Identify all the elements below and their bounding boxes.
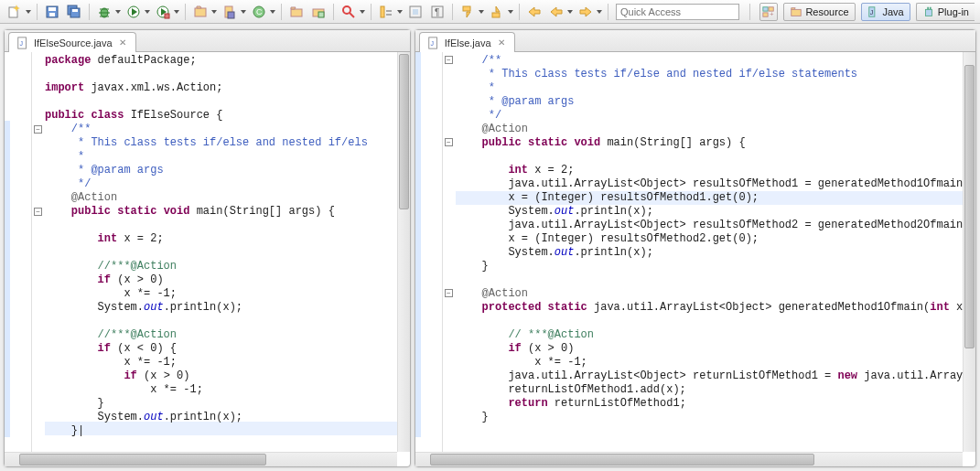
show-whitespace-button[interactable]: ¶ <box>427 2 447 22</box>
svg-rect-31 <box>386 10 392 12</box>
tab-bar: J IfElseSource.java ✕ <box>5 30 410 52</box>
svg-text:J: J <box>20 39 24 46</box>
svg-rect-30 <box>381 6 384 17</box>
dropdown-arrow[interactable] <box>210 2 217 22</box>
toggle-mark-occurrences-button[interactable] <box>376 2 396 22</box>
svg-rect-44 <box>763 6 768 10</box>
svg-text:¶: ¶ <box>435 7 439 17</box>
svg-text:+: + <box>770 10 774 18</box>
new-java-class-button[interactable]: C <box>249 2 269 22</box>
code-area[interactable]: package defaultPackage; import javax.xml… <box>45 52 397 452</box>
toggle-block-selection-button[interactable] <box>405 2 425 22</box>
perspective-label: Resource <box>805 6 848 17</box>
dropdown-arrow[interactable] <box>396 2 403 22</box>
svg-rect-34 <box>413 9 418 15</box>
quick-access-input[interactable] <box>616 4 739 20</box>
line-gutter <box>5 52 32 452</box>
svg-marker-25 <box>291 7 296 9</box>
editor-body: −−− /** * This class tests if/else and n… <box>415 52 975 466</box>
debug-button[interactable] <box>94 2 114 22</box>
dropdown-arrow[interactable] <box>566 2 573 22</box>
svg-marker-43 <box>580 7 591 16</box>
svg-rect-4 <box>48 7 56 11</box>
run-last-button[interactable] <box>153 2 173 22</box>
svg-rect-17 <box>165 14 169 18</box>
svg-text:J: J <box>869 8 873 15</box>
svg-line-29 <box>350 13 354 17</box>
svg-rect-24 <box>291 9 302 16</box>
open-type-hierarchy-button[interactable] <box>308 2 328 22</box>
editor-tab-ifelse[interactable]: J IfElse.java ✕ <box>419 32 515 52</box>
editor-pane-left: J IfElseSource.java ✕ −− package default… <box>4 29 411 467</box>
folding-column: −− <box>32 52 45 452</box>
dropdown-arrow[interactable] <box>240 2 246 22</box>
vertical-scrollbar[interactable] <box>397 52 410 452</box>
svg-rect-37 <box>463 6 470 11</box>
svg-rect-52 <box>925 9 932 16</box>
svg-rect-8 <box>72 9 78 12</box>
svg-rect-21 <box>228 12 234 18</box>
editor-pane-right: J IfElse.java ✕ −−− /** * This class tes… <box>415 29 976 467</box>
svg-rect-48 <box>792 9 802 16</box>
new-java-package-button[interactable] <box>190 2 210 22</box>
svg-marker-41 <box>529 7 540 16</box>
svg-marker-19 <box>197 6 201 8</box>
svg-text:J: J <box>430 39 434 46</box>
dropdown-arrow[interactable] <box>359 2 365 22</box>
svg-rect-5 <box>49 13 55 16</box>
horizontal-scrollbar[interactable] <box>5 452 397 466</box>
editor-area: J IfElseSource.java ✕ −− package default… <box>0 24 980 471</box>
new-wizard-button[interactable] <box>5 2 25 22</box>
dropdown-arrow[interactable] <box>269 2 275 22</box>
perspective-plugin[interactable]: Plug-in <box>916 3 975 21</box>
svg-rect-53 <box>927 6 929 9</box>
svg-rect-54 <box>930 6 932 9</box>
prev-annotation-button[interactable] <box>487 2 507 22</box>
svg-rect-18 <box>195 8 206 16</box>
dropdown-arrow[interactable] <box>114 2 121 22</box>
folding-column: −−− <box>443 52 456 452</box>
close-icon[interactable]: ✕ <box>117 37 128 48</box>
svg-marker-38 <box>467 12 470 17</box>
tab-label: IfElse.java <box>445 37 491 48</box>
svg-text:C: C <box>256 7 263 16</box>
dropdown-arrow[interactable] <box>144 2 150 22</box>
editor-body: −− package defaultPackage; import javax.… <box>5 52 410 466</box>
save-all-button[interactable] <box>64 2 84 22</box>
last-edit-location-button[interactable] <box>524 2 544 22</box>
back-button[interactable] <box>546 2 566 22</box>
horizontal-scrollbar[interactable] <box>415 452 963 466</box>
search-button[interactable] <box>339 2 359 22</box>
forward-button[interactable] <box>576 2 596 22</box>
line-gutter <box>415 52 443 452</box>
open-type-button[interactable] <box>286 2 307 22</box>
svg-rect-46 <box>763 12 768 16</box>
svg-marker-42 <box>551 7 562 16</box>
perspective-label: Plug-in <box>938 6 969 17</box>
next-annotation-button[interactable] <box>458 2 478 22</box>
code-area[interactable]: /** * This class tests if/else and neste… <box>456 52 963 452</box>
tab-label: IfElseSource.java <box>34 37 113 48</box>
save-button[interactable] <box>42 2 62 22</box>
vertical-scrollbar[interactable] <box>963 52 975 452</box>
open-perspective-button[interactable]: + <box>759 3 778 21</box>
dropdown-arrow[interactable] <box>25 2 31 22</box>
dropdown-arrow[interactable] <box>478 2 484 22</box>
close-icon[interactable]: ✕ <box>496 37 507 48</box>
svg-marker-40 <box>496 6 500 12</box>
perspective-java[interactable]: JJava <box>861 3 910 21</box>
perspective-label: Java <box>883 6 904 17</box>
dropdown-arrow[interactable] <box>173 2 179 22</box>
dropdown-arrow[interactable] <box>507 2 513 22</box>
tab-bar: J IfElse.java ✕ <box>415 30 975 52</box>
svg-rect-39 <box>492 13 500 17</box>
main-toolbar: C ¶ + Resource JJava Plug-in <box>0 0 980 24</box>
perspective-resource[interactable]: Resource <box>783 3 855 21</box>
svg-point-28 <box>343 6 350 14</box>
svg-rect-27 <box>318 12 324 17</box>
dropdown-arrow[interactable] <box>596 2 602 22</box>
new-java-project-button[interactable] <box>220 2 240 22</box>
editor-tab-ifelsesource[interactable]: J IfElseSource.java ✕ <box>8 32 136 52</box>
run-button[interactable] <box>124 2 144 22</box>
java-file-icon: J <box>427 37 440 49</box>
